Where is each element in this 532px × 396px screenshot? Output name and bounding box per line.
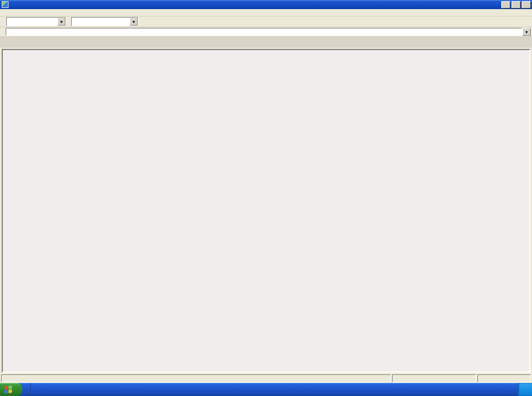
extent-size-readout bbox=[477, 374, 531, 382]
scale-row: ▼ bbox=[0, 27, 532, 37]
taskbar-buttons bbox=[32, 383, 518, 396]
close-button[interactable] bbox=[522, 1, 531, 9]
map-svg[interactable] bbox=[3, 50, 527, 372]
status-bar bbox=[0, 374, 532, 383]
windows-flag-icon bbox=[5, 385, 12, 393]
selection-status bbox=[392, 374, 476, 382]
scale-input[interactable] bbox=[6, 28, 522, 36]
app-icon bbox=[2, 1, 9, 8]
system-tray bbox=[518, 383, 532, 396]
start-button[interactable] bbox=[0, 383, 22, 396]
database-combobox[interactable]: ▼ bbox=[71, 17, 138, 26]
application-window: ▼ ▼ ▼ bbox=[0, 0, 532, 396]
minimize-button[interactable] bbox=[501, 1, 510, 9]
scale-dropdown-icon[interactable]: ▼ bbox=[522, 28, 531, 36]
toolbar: ▼ ▼ bbox=[0, 16, 532, 27]
kaart-combobox[interactable]: ▼ bbox=[6, 17, 66, 26]
quick-launch bbox=[26, 383, 31, 396]
kaart-dropdown-icon[interactable]: ▼ bbox=[57, 18, 65, 26]
restore-button[interactable] bbox=[512, 1, 521, 9]
tab-bar bbox=[0, 37, 532, 47]
taskbar bbox=[0, 383, 532, 396]
title-bar[interactable] bbox=[0, 0, 532, 9]
map-canvas[interactable] bbox=[2, 49, 530, 373]
database-dropdown-icon[interactable]: ▼ bbox=[130, 18, 138, 26]
menu-bar bbox=[0, 9, 532, 16]
map-area bbox=[0, 48, 532, 374]
